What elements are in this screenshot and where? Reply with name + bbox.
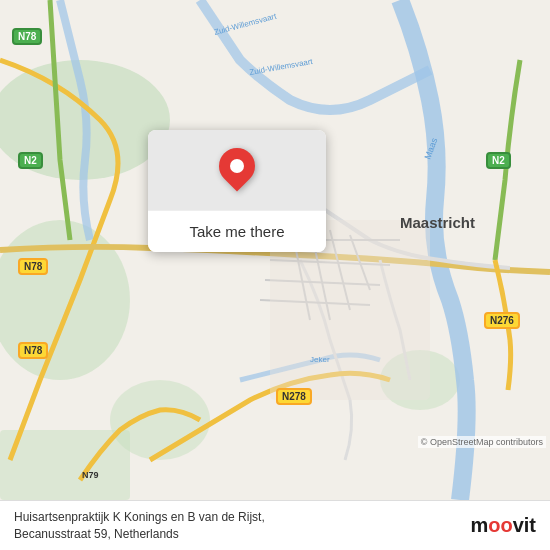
road-badge-n2-right: N2	[486, 152, 511, 169]
svg-text:N79: N79	[82, 470, 99, 480]
moovit-logo-text: moovit	[470, 514, 536, 537]
address-line2: Becanusstraat 59, Netherlands	[14, 527, 179, 541]
road-badge-n78-top: N78	[12, 28, 42, 45]
svg-text:Jeker: Jeker	[310, 355, 330, 364]
footer-address: Huisartsenpraktijk K Konings en B van de…	[14, 509, 470, 543]
footer: Huisartsenpraktijk K Konings en B van de…	[0, 500, 550, 550]
road-badge-n78-left: N78	[18, 258, 48, 275]
road-badge-n2-left: N2	[18, 152, 43, 169]
road-badge-n78-bottom: N78	[18, 342, 48, 359]
map-container: Maas Zuid-Willemsvaart Zuid-Willemsvaart…	[0, 0, 550, 500]
popup-pin-area	[148, 130, 326, 210]
take-me-there-button[interactable]: Take me there	[148, 210, 326, 252]
road-badge-n276: N276	[484, 312, 520, 329]
location-pin-icon	[219, 148, 255, 192]
moovit-logo: moovit	[470, 514, 536, 537]
popup-card: Take me there	[148, 130, 326, 252]
map-attribution: © OpenStreetMap contributors	[418, 436, 546, 448]
road-badge-n278: N278	[276, 388, 312, 405]
svg-text:Maastricht: Maastricht	[400, 214, 475, 231]
address-line1: Huisartsenpraktijk K Konings en B van de…	[14, 510, 265, 524]
